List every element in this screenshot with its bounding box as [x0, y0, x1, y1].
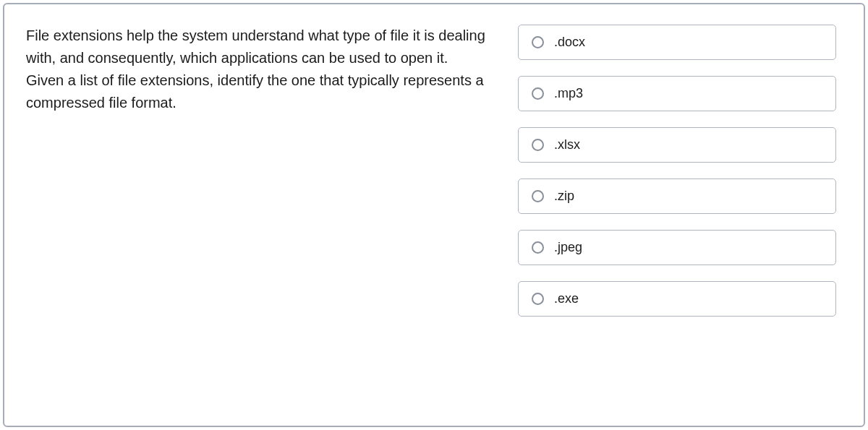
option-zip[interactable]: .zip [518, 179, 836, 214]
option-label: .zip [554, 189, 574, 204]
option-label: .mp3 [554, 86, 583, 101]
option-xlsx[interactable]: .xlsx [518, 127, 836, 163]
option-label: .jpeg [554, 240, 582, 255]
option-jpeg[interactable]: .jpeg [518, 230, 836, 265]
question-text: File extensions help the system understa… [26, 25, 489, 114]
option-label: .exe [554, 291, 579, 306]
question-panel: File extensions help the system understa… [26, 25, 489, 405]
radio-icon [532, 87, 544, 100]
option-label: .docx [554, 35, 585, 50]
radio-icon [532, 36, 544, 48]
option-label: .xlsx [554, 137, 580, 152]
options-panel: .docx .mp3 .xlsx .zip .jpeg .exe [518, 25, 836, 405]
option-exe[interactable]: .exe [518, 281, 836, 317]
radio-icon [532, 190, 544, 202]
radio-icon [532, 241, 544, 254]
radio-icon [532, 139, 544, 151]
option-mp3[interactable]: .mp3 [518, 76, 836, 111]
option-docx[interactable]: .docx [518, 25, 836, 60]
quiz-container: File extensions help the system understa… [3, 3, 865, 427]
radio-icon [532, 293, 544, 305]
